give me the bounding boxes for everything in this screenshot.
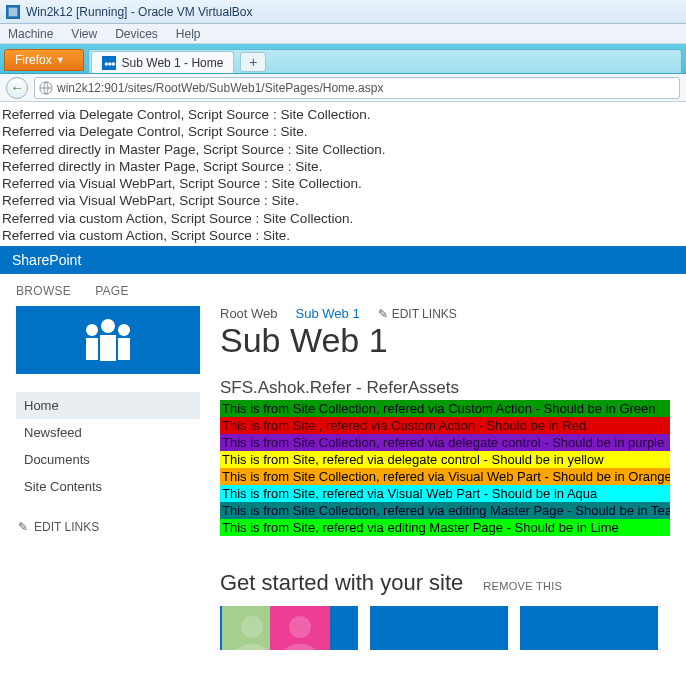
suite-bar: SharePoint — [0, 246, 686, 274]
ref-line: Referred via Visual WebPart, Script Sour… — [0, 192, 686, 209]
url-bar[interactable]: win2k12:901/sites/RootWeb/SubWeb1/SitePa… — [34, 77, 680, 99]
line-orange: This is from Site Collection, refered vi… — [220, 468, 670, 485]
promoted-tiles — [220, 606, 670, 650]
avatar-icon — [270, 606, 330, 650]
page-body: Referred via Delegate Control, Script So… — [0, 102, 686, 650]
vbox-menu-view[interactable]: View — [71, 27, 97, 41]
nav-item-site-contents[interactable]: Site Contents — [16, 473, 200, 500]
firefox-menu-label: Firefox — [15, 53, 52, 67]
get-started-heading: Get started with your site — [220, 570, 463, 596]
left-column: Home Newsfeed Documents Site Contents ED… — [16, 306, 200, 650]
svg-rect-10 — [100, 335, 116, 361]
browser-tab-active[interactable]: Sub Web 1 - Home — [91, 51, 235, 73]
line-teal: This is from Site Collection, refered vi… — [220, 502, 670, 519]
tile-2[interactable] — [370, 606, 508, 650]
ref-line: Referred directly in Master Page, Script… — [0, 158, 686, 175]
site-logo[interactable] — [16, 306, 200, 374]
ribbon-tab-page[interactable]: PAGE — [95, 284, 129, 298]
firefox-toolbar: ← win2k12:901/sites/RootWeb/SubWeb1/Site… — [0, 74, 686, 102]
tab-title: Sub Web 1 - Home — [122, 56, 224, 70]
svg-rect-8 — [86, 338, 98, 360]
svg-rect-1 — [9, 7, 18, 16]
vbox-menu-help[interactable]: Help — [176, 27, 201, 41]
refer-assets-output: This is from Site Collection, refered vi… — [220, 400, 670, 536]
vbox-menu-machine[interactable]: Machine — [8, 27, 53, 41]
svg-point-5 — [111, 62, 115, 66]
vbox-menu-devices[interactable]: Devices — [115, 27, 158, 41]
line-aqua: This is from Site, refered via Visual We… — [220, 485, 670, 502]
pencil-icon — [18, 520, 28, 534]
sharepoint-favicon-icon — [102, 56, 116, 70]
quick-launch: Home Newsfeed Documents Site Contents — [16, 392, 200, 500]
svg-point-9 — [101, 319, 115, 333]
svg-point-7 — [86, 324, 98, 336]
svg-point-3 — [104, 62, 108, 66]
ref-line: Referred via Visual WebPart, Script Sour… — [0, 175, 686, 192]
vbox-menubar: Machine View Devices Help — [0, 24, 686, 44]
ribbon-tab-browse[interactable]: BROWSE — [16, 284, 71, 298]
ref-line: Referred via custom Action, Script Sourc… — [0, 227, 686, 244]
main-content: Root Web Sub Web 1 EDIT LINKS Sub Web 1 … — [220, 306, 670, 650]
crumb-current[interactable]: Sub Web 1 — [296, 306, 360, 321]
line-red: This is from Site , refered via Custom A… — [220, 417, 670, 434]
tile-3[interactable] — [520, 606, 658, 650]
suite-brand[interactable]: SharePoint — [12, 252, 81, 268]
line-lime: This is from Site, refered via editing M… — [220, 519, 670, 536]
tile-share-site[interactable] — [220, 606, 358, 650]
quick-launch-edit-links[interactable]: EDIT LINKS — [16, 514, 200, 540]
new-tab-button[interactable]: + — [240, 52, 266, 72]
svg-rect-12 — [118, 338, 130, 360]
nav-item-newsfeed[interactable]: Newsfeed — [16, 419, 200, 446]
svg-point-11 — [118, 324, 130, 336]
line-yellow: This is from Site, refered via delegate … — [220, 451, 670, 468]
chevron-down-icon: ▼ — [56, 55, 65, 65]
url-text: win2k12:901/sites/RootWeb/SubWeb1/SitePa… — [57, 81, 383, 95]
back-arrow-icon: ← — [11, 80, 24, 95]
webpart-title: SFS.Ashok.Refer - ReferAssets — [220, 378, 670, 398]
breadcrumb: Root Web Sub Web 1 EDIT LINKS — [220, 306, 670, 321]
page-title: Sub Web 1 — [220, 321, 670, 360]
ref-line: Referred via Delegate Control, Script So… — [0, 106, 686, 123]
topnav-edit-links[interactable]: EDIT LINKS — [378, 307, 457, 321]
vbox-titlebar: Win2k12 [Running] - Oracle VM VirtualBox — [0, 0, 686, 24]
nav-item-home[interactable]: Home — [16, 392, 200, 419]
line-purple: This is from Site Collection, refered vi… — [220, 434, 670, 451]
vbox-title-text: Win2k12 [Running] - Oracle VM VirtualBox — [26, 5, 253, 19]
ref-line: Referred directly in Master Page, Script… — [0, 141, 686, 158]
plus-icon: + — [249, 54, 257, 70]
crumb-root[interactable]: Root Web — [220, 306, 278, 321]
ref-line: Referred via Delegate Control, Script So… — [0, 123, 686, 140]
edit-links-label: EDIT LINKS — [34, 520, 99, 534]
firefox-menu-button[interactable]: Firefox ▼ — [4, 49, 84, 71]
ref-line: Referred via custom Action, Script Sourc… — [0, 210, 686, 227]
edit-links-label: EDIT LINKS — [392, 307, 457, 321]
svg-point-4 — [108, 62, 112, 66]
globe-icon — [39, 81, 53, 95]
vbox-icon — [6, 5, 20, 19]
script-reference-output: Referred via Delegate Control, Script So… — [0, 102, 686, 246]
ribbon: BROWSE PAGE — [0, 274, 686, 306]
nav-item-documents[interactable]: Documents — [16, 446, 200, 473]
line-green: This is from Site Collection, refered vi… — [220, 400, 670, 417]
people-icon — [78, 316, 138, 364]
tab-strip: Sub Web 1 - Home + — [88, 49, 682, 73]
pencil-icon — [378, 307, 388, 321]
firefox-tabstrip: Firefox ▼ Sub Web 1 - Home + — [0, 44, 686, 74]
back-button[interactable]: ← — [6, 77, 28, 99]
remove-this-link[interactable]: REMOVE THIS — [483, 580, 562, 592]
get-started-section: Get started with your site REMOVE THIS — [220, 570, 670, 650]
